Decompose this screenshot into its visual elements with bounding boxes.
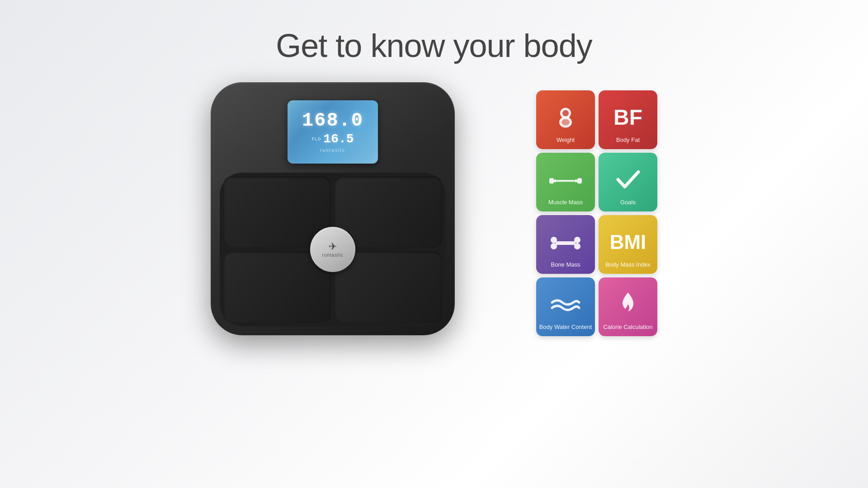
scale-logo-button: ✈ runtastic — [310, 227, 355, 272]
bf-text-icon: BF — [613, 105, 642, 130]
tile-goals[interactable]: Goals — [599, 153, 657, 211]
flame-icon — [619, 291, 637, 317]
tile-bmi-label: Body Mass Index — [605, 261, 651, 268]
tile-weight[interactable]: Weight — [536, 90, 595, 149]
checkmark-icon — [616, 169, 640, 190]
display-sub-value: 16.5 — [323, 132, 354, 146]
tile-water[interactable]: Body Water Content — [536, 277, 595, 336]
bone-icon — [550, 236, 581, 250]
tile-bone-label: Bone Mass — [551, 261, 580, 268]
tile-muscle[interactable]: Muscle Mass — [536, 153, 595, 211]
tile-bone[interactable]: Bone Mass — [536, 215, 595, 274]
svg-rect-14 — [556, 241, 576, 245]
tile-calorie-label: Calorie Calculation — [603, 324, 652, 331]
content-area: 168.0 FLO 16.5 runtastic ✈ runtastic — [0, 82, 868, 344]
scale-brand: runtastic — [320, 148, 345, 153]
svg-point-4 — [561, 119, 570, 126]
water-icon — [550, 297, 581, 313]
bmi-text-icon: BMI — [610, 231, 646, 253]
kettlebell-icon — [554, 105, 577, 130]
tile-water-label: Body Water Content — [539, 324, 592, 331]
display-main-weight: 168.0 — [302, 111, 363, 130]
tile-bmi[interactable]: BMI Body Mass Index — [599, 215, 657, 274]
tile-calorie[interactable]: Calorie Calculation — [599, 277, 657, 336]
dumbbell-icon — [549, 174, 582, 187]
svg-point-1 — [562, 110, 569, 117]
scale-display: 168.0 FLO 16.5 runtastic — [288, 100, 378, 164]
tile-weight-label: Weight — [557, 136, 575, 144]
scale-body: 168.0 FLO 16.5 runtastic ✈ runtastic — [211, 82, 455, 335]
svg-rect-6 — [554, 179, 557, 182]
display-sub-label: FLO — [311, 136, 321, 142]
svg-rect-7 — [557, 180, 575, 182]
logo-symbol: ✈ — [329, 242, 337, 252]
tile-bodyfat[interactable]: BF Body Fat — [599, 90, 657, 149]
svg-rect-8 — [575, 179, 577, 182]
display-sub-row: FLO 16.5 — [311, 132, 354, 146]
svg-rect-5 — [549, 178, 554, 183]
features-grid: Weight BF Body Fat Muscle Mass Goals — [536, 90, 657, 336]
tile-bodyfat-label: Body Fat — [616, 136, 640, 144]
tile-goals-label: Goals — [620, 199, 636, 206]
logo-text: runtastic — [322, 253, 344, 258]
svg-rect-9 — [577, 178, 582, 183]
tile-muscle-label: Muscle Mass — [548, 199, 583, 206]
page-title: Get to know your body — [276, 27, 592, 64]
scale-image: 168.0 FLO 16.5 runtastic ✈ runtastic — [211, 82, 455, 344]
